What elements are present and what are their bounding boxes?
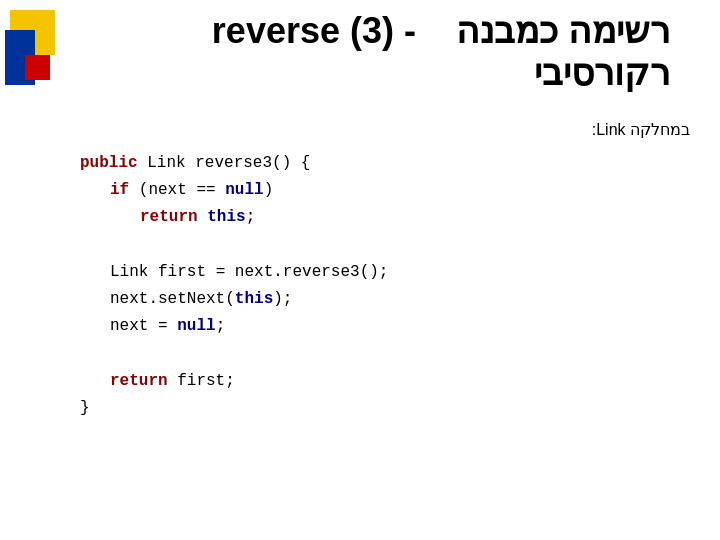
keyword-this-2: this xyxy=(235,290,273,308)
keyword-return-2: return xyxy=(110,372,168,390)
code-line-1: public Link reverse3() { xyxy=(80,150,700,177)
code-line-6: next.setNext(this); xyxy=(80,286,700,313)
keyword-return-1: return xyxy=(140,208,198,226)
code-line-10: } xyxy=(80,395,700,422)
keyword-if: if xyxy=(110,181,129,199)
code-line-9: return first; xyxy=(80,368,700,395)
var-first: first xyxy=(158,263,206,281)
title-line2: רקורסיבי xyxy=(0,52,670,94)
code-line-7: next = null; xyxy=(80,313,700,340)
keyword-public: public xyxy=(80,154,138,172)
code-line-blank-2 xyxy=(80,340,700,367)
subtitle: במחלקה Link: xyxy=(592,120,690,139)
title-line1: רשימה כמבנה - reverse (3) xyxy=(0,10,670,52)
code-line-5: Link first = next.reverse3(); xyxy=(80,259,700,286)
code-block: public Link reverse3() { if (next == nul… xyxy=(80,150,700,422)
code-line-3: return this; xyxy=(80,204,700,231)
keyword-null-1: null xyxy=(225,181,263,199)
code-line-blank-1 xyxy=(80,232,700,259)
title-area: רשימה כמבנה - reverse (3) רקורסיבי xyxy=(0,10,700,94)
keyword-null-2: null xyxy=(177,317,215,335)
subtitle-text: במחלקה Link: xyxy=(592,121,690,138)
keyword-this-1: this xyxy=(207,208,245,226)
code-line-2: if (next == null) xyxy=(80,177,700,204)
